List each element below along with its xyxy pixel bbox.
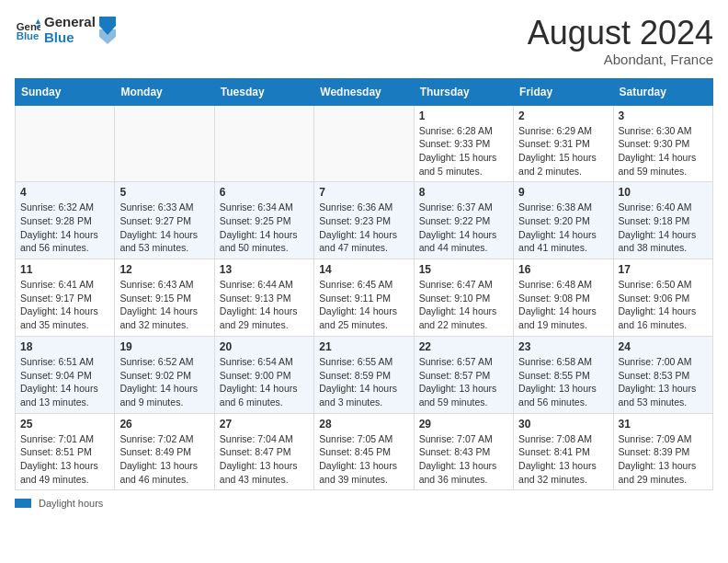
day-number: 6 — [220, 186, 309, 199]
day-info: Sunrise: 6:34 AM Sunset: 9:25 PM Dayligh… — [220, 201, 309, 255]
day-number: 5 — [119, 186, 209, 199]
day-info: Sunrise: 6:50 AM Sunset: 9:06 PM Dayligh… — [619, 278, 708, 332]
day-info: Sunrise: 7:08 AM Sunset: 8:41 PM Dayligh… — [518, 432, 608, 487]
day-number: 17 — [619, 263, 708, 276]
day-number: 3 — [619, 109, 708, 122]
svg-text:Blue: Blue — [17, 29, 40, 40]
day-number: 14 — [319, 263, 408, 276]
day-info: Sunrise: 6:44 AM Sunset: 9:13 PM Dayligh… — [220, 278, 309, 332]
col-header-tuesday: Tuesday — [214, 78, 313, 105]
day-number: 24 — [619, 340, 708, 353]
calendar-cell: 2Sunrise: 6:29 AM Sunset: 9:31 PM Daylig… — [514, 105, 613, 182]
location-subtitle: Abondant, France — [528, 52, 713, 67]
col-header-friday: Friday — [514, 78, 613, 105]
day-number: 18 — [20, 340, 109, 353]
calendar-cell: 15Sunrise: 6:47 AM Sunset: 9:10 PM Dayli… — [414, 259, 513, 337]
footer: Daylight hours — [15, 498, 713, 509]
calendar-cell: 26Sunrise: 7:02 AM Sunset: 8:49 PM Dayli… — [115, 413, 214, 490]
day-number: 1 — [419, 109, 508, 122]
day-info: Sunrise: 6:41 AM Sunset: 9:17 PM Dayligh… — [20, 278, 109, 332]
day-number: 8 — [419, 186, 508, 199]
calendar-cell: 14Sunrise: 6:45 AM Sunset: 9:11 PM Dayli… — [314, 259, 414, 337]
day-info: Sunrise: 7:04 AM Sunset: 8:47 PM Dayligh… — [220, 432, 309, 487]
calendar-cell: 30Sunrise: 7:08 AM Sunset: 8:41 PM Dayli… — [514, 413, 613, 490]
calendar-header-row: SundayMondayTuesdayWednesdayThursdayFrid… — [16, 78, 713, 105]
day-info: Sunrise: 6:33 AM Sunset: 9:27 PM Dayligh… — [119, 201, 209, 255]
page-header: General Blue General Blue August 2024 Ab… — [15, 15, 713, 67]
day-number: 21 — [319, 340, 408, 353]
day-number: 22 — [419, 340, 508, 353]
calendar-cell: 13Sunrise: 6:44 AM Sunset: 9:13 PM Dayli… — [214, 259, 313, 337]
calendar-week-row: 4Sunrise: 6:32 AM Sunset: 9:28 PM Daylig… — [16, 182, 713, 259]
calendar-cell: 11Sunrise: 6:41 AM Sunset: 9:17 PM Dayli… — [16, 259, 115, 337]
day-info: Sunrise: 7:07 AM Sunset: 8:43 PM Dayligh… — [419, 432, 508, 487]
day-number: 11 — [20, 263, 109, 276]
day-number: 26 — [119, 418, 209, 431]
calendar-cell: 6Sunrise: 6:34 AM Sunset: 9:25 PM Daylig… — [214, 182, 313, 259]
calendar-cell: 31Sunrise: 7:09 AM Sunset: 8:39 PM Dayli… — [613, 413, 712, 490]
calendar-cell: 10Sunrise: 6:40 AM Sunset: 9:18 PM Dayli… — [613, 182, 712, 259]
calendar-week-row: 1Sunrise: 6:28 AM Sunset: 9:33 PM Daylig… — [16, 105, 713, 182]
logo-blue: Blue — [44, 30, 96, 46]
day-info: Sunrise: 6:36 AM Sunset: 9:23 PM Dayligh… — [319, 201, 408, 255]
day-number: 4 — [20, 186, 109, 199]
day-number: 27 — [220, 418, 309, 431]
calendar-cell: 18Sunrise: 6:51 AM Sunset: 9:04 PM Dayli… — [16, 336, 115, 413]
day-info: Sunrise: 6:43 AM Sunset: 9:15 PM Dayligh… — [119, 278, 209, 332]
day-number: 10 — [619, 186, 708, 199]
day-info: Sunrise: 7:00 AM Sunset: 8:53 PM Dayligh… — [619, 355, 708, 409]
logo-icon: General Blue — [15, 17, 40, 43]
calendar-cell — [16, 105, 115, 182]
calendar-week-row: 18Sunrise: 6:51 AM Sunset: 9:04 PM Dayli… — [16, 336, 713, 413]
col-header-thursday: Thursday — [414, 78, 513, 105]
day-number: 9 — [518, 186, 608, 199]
calendar-cell — [214, 105, 313, 182]
calendar-cell: 1Sunrise: 6:28 AM Sunset: 9:33 PM Daylig… — [414, 105, 513, 182]
calendar-cell: 7Sunrise: 6:36 AM Sunset: 9:23 PM Daylig… — [314, 182, 414, 259]
day-number: 25 — [20, 418, 109, 431]
calendar-cell: 4Sunrise: 6:32 AM Sunset: 9:28 PM Daylig… — [16, 182, 115, 259]
calendar-cell: 28Sunrise: 7:05 AM Sunset: 8:45 PM Dayli… — [314, 413, 414, 490]
svg-marker-5 — [99, 29, 116, 44]
day-number: 7 — [319, 186, 408, 199]
day-number: 12 — [119, 263, 209, 276]
day-info: Sunrise: 6:29 AM Sunset: 9:31 PM Dayligh… — [518, 124, 608, 178]
day-info: Sunrise: 6:52 AM Sunset: 9:02 PM Dayligh… — [119, 355, 209, 409]
calendar-table: SundayMondayTuesdayWednesdayThursdayFrid… — [15, 78, 713, 491]
calendar-cell: 8Sunrise: 6:37 AM Sunset: 9:22 PM Daylig… — [414, 182, 513, 259]
calendar-cell: 16Sunrise: 6:48 AM Sunset: 9:08 PM Dayli… — [514, 259, 613, 337]
day-info: Sunrise: 6:28 AM Sunset: 9:33 PM Dayligh… — [419, 124, 508, 178]
day-number: 29 — [419, 418, 508, 431]
title-block: August 2024 Abondant, France — [528, 15, 713, 67]
calendar-cell: 24Sunrise: 7:00 AM Sunset: 8:53 PM Dayli… — [613, 336, 712, 413]
day-number: 20 — [220, 340, 309, 353]
day-info: Sunrise: 6:57 AM Sunset: 8:57 PM Dayligh… — [419, 355, 508, 409]
day-info: Sunrise: 6:54 AM Sunset: 9:00 PM Dayligh… — [220, 355, 309, 409]
day-info: Sunrise: 6:47 AM Sunset: 9:10 PM Dayligh… — [419, 278, 508, 332]
logo-chevron-icon — [99, 17, 116, 44]
logo: General Blue General Blue — [15, 15, 116, 45]
calendar-cell: 29Sunrise: 7:07 AM Sunset: 8:43 PM Dayli… — [414, 413, 513, 490]
calendar-cell: 22Sunrise: 6:57 AM Sunset: 8:57 PM Dayli… — [414, 336, 513, 413]
calendar-cell — [314, 105, 414, 182]
day-number: 23 — [518, 340, 608, 353]
calendar-cell: 23Sunrise: 6:58 AM Sunset: 8:55 PM Dayli… — [514, 336, 613, 413]
col-header-saturday: Saturday — [613, 78, 712, 105]
calendar-cell: 17Sunrise: 6:50 AM Sunset: 9:06 PM Dayli… — [613, 259, 712, 337]
col-header-sunday: Sunday — [16, 78, 115, 105]
calendar-cell — [115, 105, 214, 182]
calendar-cell: 25Sunrise: 7:01 AM Sunset: 8:51 PM Dayli… — [16, 413, 115, 490]
day-number: 15 — [419, 263, 508, 276]
day-number: 30 — [518, 418, 608, 431]
day-info: Sunrise: 7:09 AM Sunset: 8:39 PM Dayligh… — [619, 432, 708, 487]
day-info: Sunrise: 7:01 AM Sunset: 8:51 PM Dayligh… — [20, 432, 109, 487]
day-number: 31 — [619, 418, 708, 431]
day-info: Sunrise: 6:58 AM Sunset: 8:55 PM Dayligh… — [518, 355, 608, 409]
calendar-week-row: 25Sunrise: 7:01 AM Sunset: 8:51 PM Dayli… — [16, 413, 713, 490]
day-info: Sunrise: 6:30 AM Sunset: 9:30 PM Dayligh… — [619, 124, 708, 178]
day-number: 28 — [319, 418, 408, 431]
day-number: 2 — [518, 109, 608, 122]
logo-general: General — [44, 15, 96, 30]
footer-label: Daylight hours — [39, 498, 103, 509]
calendar-cell: 3Sunrise: 6:30 AM Sunset: 9:30 PM Daylig… — [613, 105, 712, 182]
